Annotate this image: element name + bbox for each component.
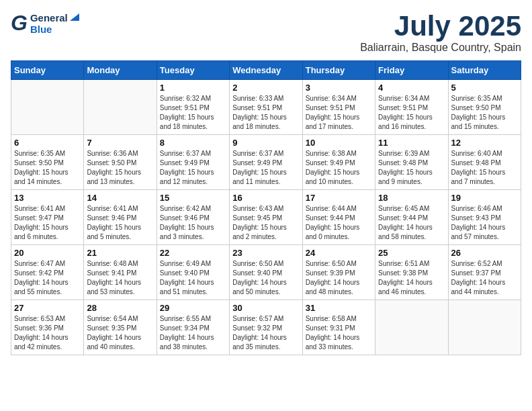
calendar-table: SundayMondayTuesdayWednesdayThursdayFrid… <box>11 60 521 355</box>
day-number: 8 <box>160 138 226 148</box>
weekday-header-monday: Monday <box>84 61 157 80</box>
calendar-week-5: 27Sunrise: 6:53 AMSunset: 9:36 PMDayligh… <box>11 300 521 355</box>
day-number: 31 <box>306 303 372 313</box>
calendar-week-1: 1Sunrise: 6:32 AMSunset: 9:51 PMDaylight… <box>11 80 521 135</box>
weekday-header-saturday: Saturday <box>448 61 521 80</box>
calendar-cell <box>375 300 448 355</box>
day-info: Sunrise: 6:39 AMSunset: 9:48 PMDaylight:… <box>378 149 445 187</box>
day-info: Sunrise: 6:34 AMSunset: 9:51 PMDaylight:… <box>306 94 372 132</box>
day-number: 27 <box>14 303 81 313</box>
calendar-cell: 17Sunrise: 6:44 AMSunset: 9:44 PMDayligh… <box>302 190 375 245</box>
day-number: 17 <box>306 193 372 203</box>
calendar-cell: 29Sunrise: 6:55 AMSunset: 9:34 PMDayligh… <box>157 300 229 355</box>
day-info: Sunrise: 6:35 AMSunset: 9:50 PMDaylight:… <box>14 149 81 187</box>
day-number: 12 <box>451 138 518 148</box>
day-number: 6 <box>14 138 81 148</box>
calendar-cell: 28Sunrise: 6:54 AMSunset: 9:35 PMDayligh… <box>84 300 157 355</box>
calendar-cell: 2Sunrise: 6:33 AMSunset: 9:51 PMDaylight… <box>230 80 302 135</box>
day-info: Sunrise: 6:41 AMSunset: 9:46 PMDaylight:… <box>87 204 153 242</box>
day-info: Sunrise: 6:53 AMSunset: 9:36 PMDaylight:… <box>14 314 81 352</box>
day-number: 14 <box>87 193 153 203</box>
month-title: July 2025 <box>360 11 521 42</box>
weekday-header-wednesday: Wednesday <box>230 61 302 80</box>
day-info: Sunrise: 6:37 AMSunset: 9:49 PMDaylight:… <box>232 149 299 187</box>
weekday-header-thursday: Thursday <box>302 61 375 80</box>
calendar-cell: 11Sunrise: 6:39 AMSunset: 9:48 PMDayligh… <box>375 135 448 190</box>
day-info: Sunrise: 6:32 AMSunset: 9:51 PMDaylight:… <box>160 94 226 132</box>
day-number: 16 <box>232 193 299 203</box>
title-area: July 2025 Baliarrain, Basque Country, Sp… <box>360 11 521 54</box>
day-number: 11 <box>378 138 445 148</box>
calendar-cell: 8Sunrise: 6:37 AMSunset: 9:49 PMDaylight… <box>157 135 229 190</box>
day-number: 30 <box>232 303 299 313</box>
day-number: 2 <box>232 83 299 93</box>
day-info: Sunrise: 6:36 AMSunset: 9:50 PMDaylight:… <box>87 149 153 187</box>
calendar-cell: 13Sunrise: 6:41 AMSunset: 9:47 PMDayligh… <box>11 190 84 245</box>
day-info: Sunrise: 6:34 AMSunset: 9:51 PMDaylight:… <box>378 94 445 132</box>
day-number: 1 <box>160 83 226 93</box>
day-info: Sunrise: 6:49 AMSunset: 9:40 PMDaylight:… <box>160 259 226 297</box>
day-info: Sunrise: 6:58 AMSunset: 9:31 PMDaylight:… <box>306 314 372 352</box>
calendar-week-3: 13Sunrise: 6:41 AMSunset: 9:47 PMDayligh… <box>11 190 521 245</box>
day-info: Sunrise: 6:57 AMSunset: 9:32 PMDaylight:… <box>232 314 299 352</box>
day-number: 5 <box>451 83 518 93</box>
day-info: Sunrise: 6:52 AMSunset: 9:37 PMDaylight:… <box>451 259 518 297</box>
day-info: Sunrise: 6:37 AMSunset: 9:49 PMDaylight:… <box>160 149 226 187</box>
calendar-cell <box>448 300 521 355</box>
logo-triangle-icon <box>70 11 79 24</box>
logo-text-area: General Blue <box>30 11 79 35</box>
logo-blue-text: Blue <box>30 24 79 35</box>
day-number: 10 <box>306 138 372 148</box>
calendar-cell: 1Sunrise: 6:32 AMSunset: 9:51 PMDaylight… <box>157 80 229 135</box>
calendar-cell <box>11 80 84 135</box>
day-info: Sunrise: 6:51 AMSunset: 9:38 PMDaylight:… <box>378 259 445 297</box>
calendar-cell: 6Sunrise: 6:35 AMSunset: 9:50 PMDaylight… <box>11 135 84 190</box>
day-info: Sunrise: 6:44 AMSunset: 9:44 PMDaylight:… <box>306 204 372 242</box>
logo-g-letter: G <box>11 11 28 36</box>
calendar-cell: 16Sunrise: 6:43 AMSunset: 9:45 PMDayligh… <box>230 190 302 245</box>
day-info: Sunrise: 6:42 AMSunset: 9:46 PMDaylight:… <box>160 204 226 242</box>
calendar-cell: 3Sunrise: 6:34 AMSunset: 9:51 PMDaylight… <box>302 80 375 135</box>
day-number: 9 <box>232 138 299 148</box>
day-number: 3 <box>306 83 372 93</box>
calendar-cell: 7Sunrise: 6:36 AMSunset: 9:50 PMDaylight… <box>84 135 157 190</box>
calendar-cell: 15Sunrise: 6:42 AMSunset: 9:46 PMDayligh… <box>157 190 229 245</box>
day-info: Sunrise: 6:50 AMSunset: 9:39 PMDaylight:… <box>306 259 372 297</box>
calendar-cell: 25Sunrise: 6:51 AMSunset: 9:38 PMDayligh… <box>375 245 448 300</box>
location-subtitle: Baliarrain, Basque Country, Spain <box>360 42 521 54</box>
day-number: 22 <box>160 248 226 258</box>
calendar-cell: 20Sunrise: 6:47 AMSunset: 9:42 PMDayligh… <box>11 245 84 300</box>
calendar-cell: 26Sunrise: 6:52 AMSunset: 9:37 PMDayligh… <box>448 245 521 300</box>
calendar-week-2: 6Sunrise: 6:35 AMSunset: 9:50 PMDaylight… <box>11 135 521 190</box>
day-info: Sunrise: 6:48 AMSunset: 9:41 PMDaylight:… <box>87 259 153 297</box>
day-number: 21 <box>87 248 153 258</box>
header: G General Blue July 2025 Baliarrain, Bas… <box>11 11 521 54</box>
calendar-cell: 30Sunrise: 6:57 AMSunset: 9:32 PMDayligh… <box>230 300 302 355</box>
day-info: Sunrise: 6:47 AMSunset: 9:42 PMDaylight:… <box>14 259 81 297</box>
day-number: 28 <box>87 303 153 313</box>
calendar-cell: 12Sunrise: 6:40 AMSunset: 9:48 PMDayligh… <box>448 135 521 190</box>
day-info: Sunrise: 6:46 AMSunset: 9:43 PMDaylight:… <box>451 204 518 242</box>
calendar-week-4: 20Sunrise: 6:47 AMSunset: 9:42 PMDayligh… <box>11 245 521 300</box>
calendar-cell: 24Sunrise: 6:50 AMSunset: 9:39 PMDayligh… <box>302 245 375 300</box>
calendar-cell: 4Sunrise: 6:34 AMSunset: 9:51 PMDaylight… <box>375 80 448 135</box>
calendar-cell: 21Sunrise: 6:48 AMSunset: 9:41 PMDayligh… <box>84 245 157 300</box>
calendar-cell: 23Sunrise: 6:50 AMSunset: 9:40 PMDayligh… <box>230 245 302 300</box>
calendar-cell: 10Sunrise: 6:38 AMSunset: 9:49 PMDayligh… <box>302 135 375 190</box>
day-info: Sunrise: 6:40 AMSunset: 9:48 PMDaylight:… <box>451 149 518 187</box>
logo-general-text: General <box>30 12 68 24</box>
day-number: 15 <box>160 193 226 203</box>
calendar-cell: 31Sunrise: 6:58 AMSunset: 9:31 PMDayligh… <box>302 300 375 355</box>
logo-general-row: General <box>30 11 79 24</box>
day-number: 13 <box>14 193 81 203</box>
calendar-cell: 27Sunrise: 6:53 AMSunset: 9:36 PMDayligh… <box>11 300 84 355</box>
day-number: 19 <box>451 193 518 203</box>
day-number: 20 <box>14 248 81 258</box>
calendar-cell: 19Sunrise: 6:46 AMSunset: 9:43 PMDayligh… <box>448 190 521 245</box>
weekday-header-sunday: Sunday <box>11 61 84 80</box>
calendar-cell: 14Sunrise: 6:41 AMSunset: 9:46 PMDayligh… <box>84 190 157 245</box>
day-number: 26 <box>451 248 518 258</box>
day-number: 7 <box>87 138 153 148</box>
calendar-cell <box>84 80 157 135</box>
day-number: 29 <box>160 303 226 313</box>
